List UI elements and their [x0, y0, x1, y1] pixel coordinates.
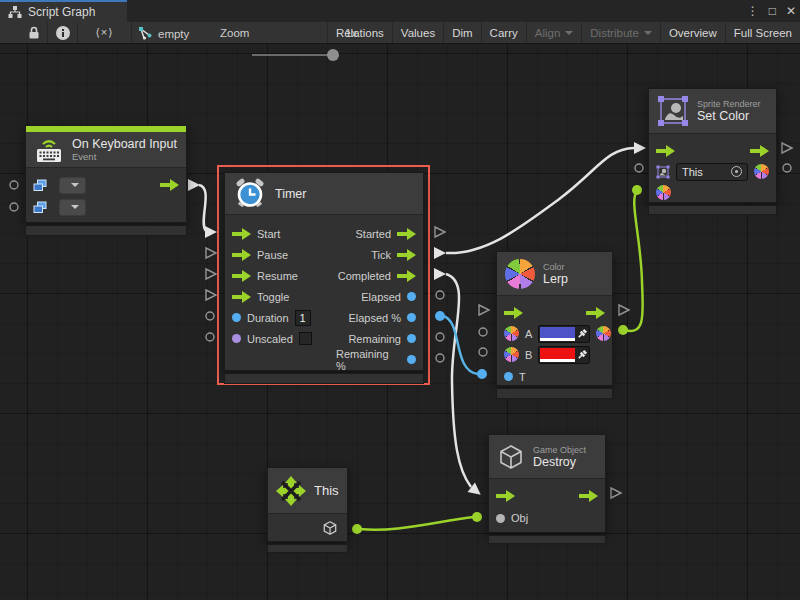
fullscreen-button[interactable]: Full Screen: [725, 22, 800, 43]
maximize-icon[interactable]: □: [769, 4, 776, 18]
chevron-down-icon: [71, 183, 79, 187]
setcolor-color-row[interactable]: [649, 182, 776, 203]
unscaled-checkbox[interactable]: [299, 332, 312, 345]
timer-node-footer: [224, 373, 424, 384]
tab-title: Script Graph: [28, 5, 95, 19]
node-title: This: [314, 483, 339, 498]
setcolor-flow-row[interactable]: [649, 140, 776, 161]
timer-resume-row[interactable]: Resume: [225, 265, 329, 286]
node-timer[interactable]: Timer Start Pause Resume Toggle Duration…: [224, 172, 424, 371]
timer-start-row[interactable]: Start: [225, 223, 329, 244]
timer-elapsed-row[interactable]: Elapsed: [329, 286, 423, 307]
color-port-icon: [504, 347, 519, 362]
timer-unscaled-row[interactable]: Unscaled: [225, 328, 329, 349]
keyboard-key-row: [26, 174, 186, 196]
node-title: Timer: [275, 187, 306, 201]
destroy-flow-row[interactable]: [489, 485, 605, 506]
toolbar-buttons: Relations Values Dim Carry Align Distrib…: [327, 22, 800, 43]
eyedropper-icon[interactable]: [577, 349, 588, 360]
node-destroy[interactable]: Game Object Destroy Obj: [488, 434, 606, 533]
flow-out-arrow: [750, 145, 769, 157]
timer-started-row[interactable]: Started: [329, 223, 423, 244]
destroy-node-header[interactable]: Game Object Destroy: [489, 435, 605, 479]
object-picker-icon[interactable]: [731, 166, 742, 177]
this-output-row[interactable]: [268, 514, 347, 541]
setcolor-node-header[interactable]: Sprite Renderer Set Color: [649, 89, 776, 134]
timer-remaining-row[interactable]: Remaining: [329, 328, 423, 349]
lerp-flow-row[interactable]: [497, 302, 612, 323]
timer-duration-row[interactable]: Duration 1: [225, 307, 329, 328]
zoom-slider-track[interactable]: [252, 54, 338, 56]
flow-out-arrow: [579, 490, 598, 502]
timer-pause-row[interactable]: Pause: [225, 244, 329, 265]
lerp-node-footer: [496, 388, 613, 399]
close-icon[interactable]: ✕: [786, 4, 796, 18]
lerp-node-header[interactable]: Color Lerp: [497, 252, 612, 296]
duration-input[interactable]: 1: [295, 310, 311, 326]
keyboard-node-header[interactable]: On Keyboard Input Event: [26, 132, 186, 168]
key-dropdown[interactable]: [59, 177, 86, 194]
timer-icon: [233, 177, 267, 211]
setcolor-target-row[interactable]: This: [649, 161, 776, 182]
this-icon: [276, 476, 306, 506]
info-button[interactable]: [48, 22, 78, 43]
flow-out-arrow: [397, 228, 416, 240]
float-port-icon: [407, 292, 416, 301]
node-category: Game Object: [533, 445, 586, 455]
trigger-out-arrow[interactable]: [160, 179, 179, 191]
float-port-icon: [504, 372, 513, 381]
timer-tick-row[interactable]: Tick: [329, 244, 423, 265]
flow-in-arrow: [232, 228, 251, 240]
object-port-icon: [496, 514, 505, 523]
color-port-icon: [504, 326, 519, 341]
color-b-field[interactable]: [538, 346, 590, 364]
overview-button[interactable]: Overview: [660, 22, 725, 43]
sprite-renderer-icon: [657, 95, 689, 127]
tab-script-graph[interactable]: Script Graph: [0, 0, 127, 22]
node-title: On Keyboard Input: [72, 137, 177, 151]
destroy-obj-row[interactable]: Obj: [489, 506, 605, 530]
node-color-lerp[interactable]: Color Lerp A: [496, 251, 613, 386]
color-a-swatch[interactable]: [540, 327, 575, 341]
timer-remainingpct-row[interactable]: Remaining %: [329, 349, 423, 370]
action-dropdown[interactable]: [59, 199, 86, 216]
graph-pointer-icon: [138, 26, 153, 41]
zoom-slider-handle[interactable]: [327, 49, 339, 61]
bool-port-icon: [232, 334, 241, 343]
target-object-field[interactable]: This: [676, 163, 748, 181]
relations-button[interactable]: Relations: [327, 22, 392, 43]
lerp-a-row[interactable]: A: [497, 323, 612, 344]
values-button[interactable]: Values: [392, 22, 443, 43]
zoom-label: Zoom: [220, 27, 249, 39]
float-port-icon: [407, 355, 416, 364]
eyedropper-icon[interactable]: [577, 328, 588, 339]
distribute-button[interactable]: Distribute: [581, 22, 660, 43]
float-port-icon: [232, 313, 241, 322]
timer-node-header[interactable]: Timer: [225, 173, 423, 215]
info-icon: [56, 26, 70, 40]
color-out-port-icon: [596, 326, 611, 341]
align-button[interactable]: Align: [526, 22, 582, 43]
timer-completed-row[interactable]: Completed: [329, 265, 423, 286]
node-set-color[interactable]: Sprite Renderer Set Color: [648, 88, 777, 203]
lock-button[interactable]: [20, 22, 48, 43]
window-menu-icon[interactable]: ⋮: [747, 4, 759, 18]
node-this[interactable]: This: [267, 467, 348, 542]
lerp-b-row[interactable]: B: [497, 344, 612, 365]
dim-button[interactable]: Dim: [443, 22, 480, 43]
tab-bar: Script Graph ⋮ □ ✕: [0, 0, 800, 22]
timer-toggle-row[interactable]: Toggle: [225, 286, 329, 307]
keyboard-icon: [34, 136, 64, 164]
this-node-header[interactable]: This: [268, 468, 347, 514]
keyboard-node-footer: [25, 225, 187, 236]
node-title: Set Color: [697, 109, 761, 123]
color-a-field[interactable]: [538, 325, 590, 343]
color-b-swatch[interactable]: [540, 348, 575, 362]
timer-elapsedpct-row[interactable]: Elapsed %: [329, 307, 423, 328]
carry-button[interactable]: Carry: [481, 22, 526, 43]
lerp-t-row[interactable]: T: [497, 365, 612, 388]
float-port-icon: [407, 334, 416, 343]
ports-toggle-button[interactable]: ⟨×⟩: [78, 22, 132, 43]
this-node-footer: [267, 544, 348, 553]
node-on-keyboard-input[interactable]: On Keyboard Input Event: [25, 125, 187, 223]
